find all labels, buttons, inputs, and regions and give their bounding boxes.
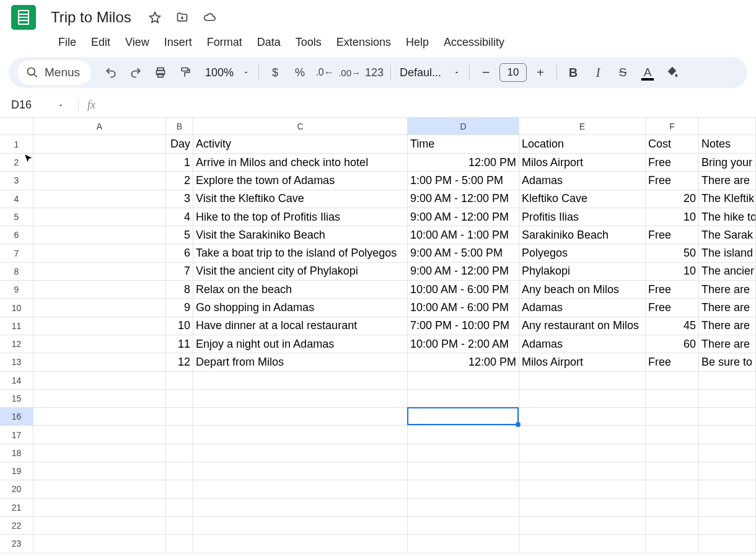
cell-E20[interactable] — [519, 480, 646, 498]
cell-E3[interactable]: Adamas — [519, 172, 646, 190]
cell-F19[interactable] — [646, 462, 699, 480]
row-header-5[interactable]: 5 — [0, 208, 33, 226]
cell-G19[interactable] — [699, 462, 756, 480]
cell-D14[interactable] — [408, 372, 519, 390]
cell-G20[interactable] — [699, 480, 756, 498]
cell-A3[interactable] — [33, 172, 166, 190]
cell-F1[interactable]: Cost — [646, 135, 699, 154]
cell-G9[interactable]: There are — [699, 281, 756, 299]
cell-G1[interactable]: Notes — [699, 135, 756, 154]
cell-A16[interactable] — [33, 408, 166, 426]
cell-E13[interactable]: Milos Airport — [519, 353, 646, 371]
cell-A11[interactable] — [33, 317, 166, 335]
document-title[interactable]: Trip to Milos — [47, 9, 135, 26]
cell-B2[interactable]: 1 — [166, 154, 193, 172]
row-header-16[interactable]: 16 — [0, 408, 33, 426]
cell-A8[interactable] — [33, 263, 166, 281]
cell-G4[interactable]: The Kleftik — [699, 190, 756, 208]
column-header-B[interactable]: B — [166, 118, 193, 135]
cell-B7[interactable]: 6 — [166, 244, 193, 262]
cell-A19[interactable] — [33, 462, 166, 480]
cell-B23[interactable] — [166, 535, 193, 553]
cell-E7[interactable]: Polyegos — [519, 244, 646, 262]
cell-D4[interactable]: 9:00 AM - 12:00 PM — [408, 190, 519, 208]
cell-B16[interactable] — [166, 408, 193, 426]
cell-D10[interactable]: 10:00 AM - 6:00 PM — [408, 299, 519, 317]
cell-D11[interactable]: 7:00 PM - 10:00 PM — [408, 317, 519, 335]
font-family-select[interactable]: Defaul... — [396, 66, 464, 79]
menus-search[interactable]: Menus — [17, 60, 91, 85]
increase-font-size-button[interactable]: + — [529, 62, 552, 83]
move-folder-icon[interactable] — [175, 10, 190, 25]
cell-D3[interactable]: 1:00 PM - 5:00 PM — [408, 172, 519, 190]
cell-D16[interactable] — [408, 408, 519, 426]
redo-button[interactable] — [125, 62, 147, 83]
cell-C7[interactable]: Take a boat trip to the island of Polyeg… — [193, 244, 408, 262]
cell-G8[interactable]: The ancier — [699, 263, 756, 281]
cell-D18[interactable] — [408, 444, 519, 462]
cell-A21[interactable] — [33, 499, 166, 517]
cell-B22[interactable] — [166, 517, 193, 535]
cell-F4[interactable]: 20 — [646, 190, 699, 208]
column-header-D[interactable]: D — [408, 118, 519, 135]
cell-C22[interactable] — [193, 517, 408, 535]
row-header-17[interactable]: 17 — [0, 426, 33, 444]
row-header-6[interactable]: 6 — [0, 226, 33, 244]
cell-E4[interactable]: Kleftiko Cave — [519, 190, 646, 208]
cell-C15[interactable] — [193, 390, 408, 408]
cell-D23[interactable] — [408, 535, 519, 553]
cell-B21[interactable] — [166, 499, 193, 517]
cell-B20[interactable] — [166, 480, 193, 498]
cell-G17[interactable] — [699, 426, 756, 444]
cell-D5[interactable]: 9:00 AM - 12:00 PM — [408, 208, 519, 226]
cell-B12[interactable]: 11 — [166, 335, 193, 353]
cell-C1[interactable]: Activity — [193, 135, 408, 154]
cells-area[interactable]: DayActivityTimeLocationCostNotes1Arrive … — [33, 135, 756, 559]
cell-A7[interactable] — [33, 244, 166, 262]
cell-F11[interactable]: 45 — [646, 317, 699, 335]
cell-B17[interactable] — [166, 426, 193, 444]
cell-A14[interactable] — [33, 372, 166, 390]
cell-G6[interactable]: The Sarak — [699, 226, 756, 244]
cell-C11[interactable]: Have dinner at a local restaurant — [193, 317, 408, 335]
column-header-G[interactable] — [699, 118, 756, 135]
cell-F22[interactable] — [646, 517, 699, 535]
cell-E9[interactable]: Any beach on Milos — [519, 281, 646, 299]
fill-color-button[interactable] — [661, 62, 683, 83]
paint-format-button[interactable] — [174, 62, 196, 83]
cell-G3[interactable]: There are — [699, 172, 756, 190]
cell-A9[interactable] — [33, 281, 166, 299]
cell-D2[interactable]: 12:00 PM — [408, 154, 519, 172]
menu-format[interactable]: Format — [200, 33, 250, 51]
cell-A20[interactable] — [33, 480, 166, 498]
cell-A2[interactable] — [33, 154, 166, 172]
cell-E2[interactable]: Milos Airport — [519, 154, 646, 172]
more-formats-button[interactable]: 123 — [363, 62, 385, 83]
cell-C9[interactable]: Relax on the beach — [193, 281, 408, 299]
cloud-status-icon[interactable] — [202, 10, 217, 25]
currency-button[interactable]: $ — [264, 62, 286, 83]
cell-D9[interactable]: 10:00 AM - 6:00 PM — [408, 281, 519, 299]
cell-F6[interactable]: Free — [646, 226, 699, 244]
cell-A5[interactable] — [33, 208, 166, 226]
cell-E16[interactable] — [519, 408, 646, 426]
cell-E15[interactable] — [519, 390, 646, 408]
row-header-23[interactable]: 23 — [0, 535, 33, 553]
cell-C16[interactable] — [193, 408, 408, 426]
cell-F13[interactable]: Free — [646, 353, 699, 371]
cell-C13[interactable]: Depart from Milos — [193, 353, 408, 371]
cell-B5[interactable]: 4 — [166, 208, 193, 226]
cell-C17[interactable] — [193, 426, 408, 444]
cell-F9[interactable]: Free — [646, 281, 699, 299]
cell-A4[interactable] — [33, 190, 166, 208]
increase-decimal-button[interactable]: .00→ — [338, 62, 361, 83]
sheets-logo-icon[interactable] — [11, 5, 36, 30]
cell-G22[interactable] — [699, 517, 756, 535]
cell-F8[interactable]: 10 — [646, 263, 699, 281]
cell-D1[interactable]: Time — [408, 135, 519, 154]
cell-B10[interactable]: 9 — [166, 299, 193, 317]
cell-E5[interactable]: Profitis Ilias — [519, 208, 646, 226]
cell-B19[interactable] — [166, 462, 193, 480]
cell-G21[interactable] — [699, 499, 756, 517]
cell-E1[interactable]: Location — [519, 135, 646, 154]
